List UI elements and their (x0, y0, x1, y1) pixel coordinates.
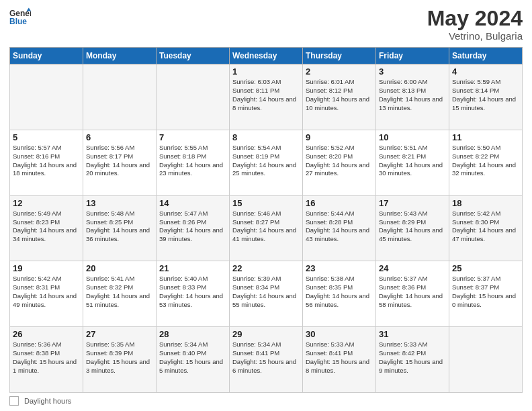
day-info: Sunrise: 5:39 AM Sunset: 8:34 PM Dayligh… (232, 275, 300, 309)
day-info: Sunrise: 5:46 AM Sunset: 8:27 PM Dayligh… (232, 210, 300, 244)
logo: General Blue (9, 7, 31, 28)
day-number: 18 (452, 198, 519, 208)
calendar-cell: 26Sunrise: 5:36 AM Sunset: 8:38 PM Dayli… (10, 327, 83, 393)
day-number: 29 (232, 329, 300, 339)
day-number: 11 (452, 132, 519, 142)
day-number: 27 (86, 329, 153, 339)
calendar-cell (157, 64, 230, 130)
calendar-cell: 30Sunrise: 5:33 AM Sunset: 8:41 PM Dayli… (303, 327, 376, 393)
location: Vetrino, Bulgaria (427, 30, 523, 42)
day-number: 31 (379, 329, 446, 339)
day-info: Sunrise: 5:47 AM Sunset: 8:26 PM Dayligh… (159, 210, 226, 244)
month-title: May 2024 (427, 7, 523, 30)
day-number: 6 (86, 132, 153, 142)
calendar-cell: 18Sunrise: 5:42 AM Sunset: 8:30 PM Dayli… (449, 195, 523, 261)
week-row-1: 1Sunrise: 6:03 AM Sunset: 8:11 PM Daylig… (10, 64, 523, 130)
daylight-legend-box (9, 396, 19, 406)
day-info: Sunrise: 6:03 AM Sunset: 8:11 PM Dayligh… (232, 78, 300, 112)
day-info: Sunrise: 5:35 AM Sunset: 8:39 PM Dayligh… (86, 340, 153, 375)
day-info: Sunrise: 5:37 AM Sunset: 8:36 PM Dayligh… (379, 275, 446, 309)
svg-text:Blue: Blue (9, 17, 27, 26)
day-info: Sunrise: 5:33 AM Sunset: 8:41 PM Dayligh… (306, 340, 373, 375)
calendar-cell: 31Sunrise: 5:33 AM Sunset: 8:42 PM Dayli… (376, 327, 449, 393)
day-number: 3 (379, 66, 446, 77)
calendar-cell (10, 64, 83, 130)
day-number: 17 (379, 198, 446, 208)
day-number: 19 (13, 263, 80, 273)
generalblue-icon: General Blue (9, 7, 31, 28)
day-number: 26 (13, 329, 80, 339)
week-row-5: 26Sunrise: 5:36 AM Sunset: 8:38 PM Dayli… (10, 327, 523, 393)
calendar-col-saturday: Saturday (449, 48, 523, 64)
calendar-cell: 10Sunrise: 5:51 AM Sunset: 8:21 PM Dayli… (376, 130, 449, 195)
day-number: 16 (306, 198, 373, 208)
day-info: Sunrise: 5:44 AM Sunset: 8:28 PM Dayligh… (306, 210, 373, 244)
calendar-col-thursday: Thursday (303, 48, 376, 64)
day-number: 10 (379, 132, 446, 142)
calendar-col-tuesday: Tuesday (157, 48, 230, 64)
calendar-cell: 1Sunrise: 6:03 AM Sunset: 8:11 PM Daylig… (230, 64, 303, 130)
day-info: Sunrise: 5:55 AM Sunset: 8:18 PM Dayligh… (159, 144, 226, 178)
day-info: Sunrise: 5:38 AM Sunset: 8:35 PM Dayligh… (306, 275, 373, 309)
calendar-cell: 29Sunrise: 5:34 AM Sunset: 8:41 PM Dayli… (230, 327, 303, 393)
day-number: 15 (232, 198, 300, 208)
page: General Blue May 2024 Vetrino, Bulgaria … (0, 0, 532, 411)
day-info: Sunrise: 5:42 AM Sunset: 8:31 PM Dayligh… (13, 275, 80, 309)
calendar-cell: 27Sunrise: 5:35 AM Sunset: 8:39 PM Dayli… (83, 327, 157, 393)
calendar-cell: 15Sunrise: 5:46 AM Sunset: 8:27 PM Dayli… (230, 195, 303, 261)
calendar-cell: 17Sunrise: 5:43 AM Sunset: 8:29 PM Dayli… (376, 195, 449, 261)
day-number: 13 (86, 198, 153, 208)
day-info: Sunrise: 5:36 AM Sunset: 8:38 PM Dayligh… (13, 340, 80, 375)
day-info: Sunrise: 5:41 AM Sunset: 8:32 PM Dayligh… (86, 275, 153, 309)
day-number: 24 (379, 263, 446, 273)
day-number: 23 (306, 263, 373, 273)
week-row-3: 12Sunrise: 5:49 AM Sunset: 8:23 PM Dayli… (10, 195, 523, 261)
calendar-col-sunday: Sunday (10, 48, 83, 64)
calendar-header-row: SundayMondayTuesdayWednesdayThursdayFrid… (10, 48, 523, 64)
calendar-col-wednesday: Wednesday (230, 48, 303, 64)
footer: Daylight hours (9, 396, 523, 406)
calendar-cell: 22Sunrise: 5:39 AM Sunset: 8:34 PM Dayli… (230, 261, 303, 327)
calendar-cell: 8Sunrise: 5:54 AM Sunset: 8:19 PM Daylig… (230, 130, 303, 195)
day-number: 30 (306, 329, 373, 339)
calendar-cell: 3Sunrise: 6:00 AM Sunset: 8:13 PM Daylig… (376, 64, 449, 130)
calendar-cell: 11Sunrise: 5:50 AM Sunset: 8:22 PM Dayli… (449, 130, 523, 195)
week-row-2: 5Sunrise: 5:57 AM Sunset: 8:16 PM Daylig… (10, 130, 523, 195)
day-number: 25 (452, 263, 519, 273)
day-number: 21 (159, 263, 226, 273)
calendar-cell (83, 64, 157, 130)
calendar-cell: 2Sunrise: 6:01 AM Sunset: 8:12 PM Daylig… (303, 64, 376, 130)
day-info: Sunrise: 6:01 AM Sunset: 8:12 PM Dayligh… (306, 78, 373, 112)
calendar-cell: 9Sunrise: 5:52 AM Sunset: 8:20 PM Daylig… (303, 130, 376, 195)
day-number: 28 (159, 329, 226, 339)
calendar-cell (449, 327, 523, 393)
day-info: Sunrise: 5:59 AM Sunset: 8:14 PM Dayligh… (452, 78, 519, 112)
day-number: 12 (13, 198, 80, 208)
day-info: Sunrise: 5:51 AM Sunset: 8:21 PM Dayligh… (379, 144, 446, 178)
day-number: 8 (232, 132, 300, 142)
calendar-table: SundayMondayTuesdayWednesdayThursdayFrid… (9, 47, 523, 393)
calendar-cell: 5Sunrise: 5:57 AM Sunset: 8:16 PM Daylig… (10, 130, 83, 195)
day-info: Sunrise: 5:52 AM Sunset: 8:20 PM Dayligh… (306, 144, 373, 178)
day-info: Sunrise: 5:54 AM Sunset: 8:19 PM Dayligh… (232, 144, 300, 178)
calendar-cell: 16Sunrise: 5:44 AM Sunset: 8:28 PM Dayli… (303, 195, 376, 261)
day-info: Sunrise: 5:34 AM Sunset: 8:41 PM Dayligh… (232, 340, 300, 375)
day-info: Sunrise: 5:56 AM Sunset: 8:17 PM Dayligh… (86, 144, 153, 178)
calendar-cell: 20Sunrise: 5:41 AM Sunset: 8:32 PM Dayli… (83, 261, 157, 327)
day-info: Sunrise: 5:57 AM Sunset: 8:16 PM Dayligh… (13, 144, 80, 178)
day-number: 5 (13, 132, 80, 142)
day-number: 2 (306, 66, 373, 77)
day-info: Sunrise: 5:50 AM Sunset: 8:22 PM Dayligh… (452, 144, 519, 178)
title-block: May 2024 Vetrino, Bulgaria (427, 7, 523, 42)
calendar-cell: 14Sunrise: 5:47 AM Sunset: 8:26 PM Dayli… (157, 195, 230, 261)
daylight-label: Daylight hours (24, 397, 71, 405)
day-number: 22 (232, 263, 300, 273)
day-info: Sunrise: 5:49 AM Sunset: 8:23 PM Dayligh… (13, 210, 80, 244)
day-number: 9 (306, 132, 373, 142)
calendar-cell: 24Sunrise: 5:37 AM Sunset: 8:36 PM Dayli… (376, 261, 449, 327)
calendar-col-friday: Friday (376, 48, 449, 64)
calendar-cell: 28Sunrise: 5:34 AM Sunset: 8:40 PM Dayli… (157, 327, 230, 393)
calendar-cell: 6Sunrise: 5:56 AM Sunset: 8:17 PM Daylig… (83, 130, 157, 195)
calendar-cell: 21Sunrise: 5:40 AM Sunset: 8:33 PM Dayli… (157, 261, 230, 327)
calendar-cell: 7Sunrise: 5:55 AM Sunset: 8:18 PM Daylig… (157, 130, 230, 195)
